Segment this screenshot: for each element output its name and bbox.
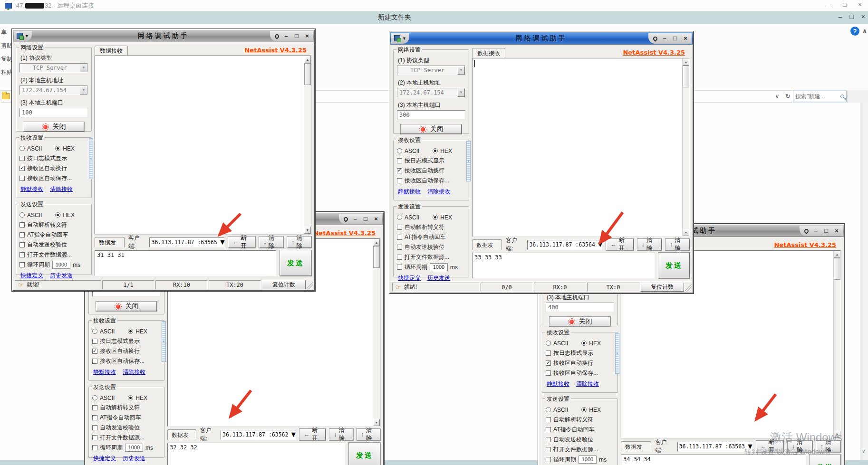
panel-collapse-handle[interactable]: ‹: [466, 141, 471, 181]
port-input[interactable]: 400: [546, 303, 614, 312]
tab-data-send[interactable]: 数据发送: [95, 237, 125, 247]
send-input[interactable]: 33 33 33: [472, 253, 655, 278]
close-button[interactable]: ×: [304, 31, 310, 41]
auto-save-checkbox[interactable]: [19, 176, 25, 181]
protocol-select[interactable]: TCP Server ▼: [19, 63, 88, 73]
quick-define-link[interactable]: 快捷定义: [93, 455, 116, 463]
loop-period-input[interactable]: 1000: [125, 444, 143, 452]
protocol-select[interactable]: TCP Server ▼: [397, 66, 465, 75]
tab-data-send[interactable]: 数据发送: [472, 239, 502, 250]
auto-escape-checkbox[interactable]: [546, 417, 551, 422]
window-title-bar[interactable]: ▼ 网络调试助手 – □ ×: [13, 30, 314, 42]
chevron-down-icon[interactable]: ▼: [289, 430, 297, 439]
clear-send-button[interactable]: ↑ 清除: [287, 237, 311, 248]
close-button[interactable]: ×: [373, 214, 379, 224]
send-button[interactable]: 发送: [810, 455, 841, 465]
maximize-button[interactable]: □: [672, 34, 678, 43]
panel-collapse-handle[interactable]: ‹: [615, 333, 619, 374]
client-select[interactable]: 36.113.117.87 :63565 ▼: [149, 237, 224, 247]
at-cr-checkbox[interactable]: [19, 232, 25, 237]
scrollbar-thumb[interactable]: [683, 66, 689, 87]
disconnect-button[interactable]: ← 断开: [299, 429, 326, 440]
file-source-checkbox[interactable]: [397, 255, 402, 260]
ascii-radio[interactable]: [19, 212, 25, 218]
file-source-checkbox[interactable]: [92, 435, 97, 440]
maximize-button[interactable]: □: [293, 31, 300, 41]
resize-grip[interactable]: [307, 280, 313, 289]
clear-receive-button[interactable]: ↓ 清除: [329, 429, 353, 440]
hex-radio[interactable]: [433, 215, 438, 220]
scroll-down-icon[interactable]: ▼: [683, 229, 689, 236]
client-select[interactable]: 36.113.117.87 :63563 ▼: [677, 442, 752, 452]
scroll-up-icon[interactable]: ▲: [834, 251, 840, 258]
receive-scrollbar[interactable]: ▲ ▼: [373, 239, 380, 426]
search-input[interactable]: 搜索"新建...: [793, 91, 847, 102]
log-mode-checkbox[interactable]: [546, 351, 551, 356]
history-send-link[interactable]: 历史发送: [427, 274, 450, 282]
help-icon[interactable]: ?: [850, 27, 859, 36]
receive-scrollbar[interactable]: ▲ ▼: [682, 58, 689, 236]
hex-radio[interactable]: [581, 341, 587, 346]
netassist-version-link[interactable]: NetAssist V4.3.25: [623, 49, 685, 56]
disconnect-button[interactable]: ← 断开: [606, 239, 633, 250]
scroll-down-icon[interactable]: ∨: [862, 448, 865, 454]
close-connection-button[interactable]: 关闭: [401, 124, 462, 134]
chevron-down-icon[interactable]: ▼: [219, 238, 226, 247]
auto-save-checkbox[interactable]: [92, 359, 97, 364]
send-button[interactable]: 发送: [280, 250, 311, 276]
hex-radio[interactable]: [55, 212, 60, 218]
maximize-button[interactable]: □: [362, 214, 369, 224]
file-source-checkbox[interactable]: [19, 252, 25, 257]
scroll-down-icon[interactable]: ▼: [304, 227, 311, 234]
explorer-scrollbar[interactable]: ∨: [860, 103, 868, 460]
auto-save-checkbox[interactable]: [546, 370, 551, 376]
loop-period-input[interactable]: 1000: [52, 261, 70, 269]
ascii-radio[interactable]: [19, 146, 25, 151]
send-input[interactable]: 34 34 34: [621, 455, 806, 465]
loop-checkbox[interactable]: [397, 265, 402, 270]
auto-checksum-checkbox[interactable]: [397, 245, 402, 250]
auto-wrap-checkbox[interactable]: [546, 361, 551, 366]
clear-receive-button[interactable]: ↓ 清除: [637, 239, 662, 250]
hex-radio[interactable]: [581, 407, 587, 412]
close-button[interactable]: ×: [833, 226, 840, 236]
clear-receive-link[interactable]: 清除接收: [50, 185, 73, 193]
panel-collapse-handle[interactable]: ‹: [162, 321, 166, 362]
ascii-radio[interactable]: [546, 407, 551, 412]
rdp-maximize-button[interactable]: □: [840, 1, 849, 8]
port-input[interactable]: 300: [397, 110, 465, 120]
loop-checkbox[interactable]: [19, 262, 25, 267]
silent-receive-link[interactable]: 静默接收: [20, 185, 43, 193]
close-connection-button[interactable]: 关闭: [96, 302, 157, 311]
receive-scrollbar[interactable]: ▲ ▼: [833, 251, 840, 438]
scroll-up-icon[interactable]: ▲: [683, 58, 689, 66]
chevron-down-icon[interactable]: ▼: [597, 240, 604, 249]
file-source-checkbox[interactable]: [546, 447, 551, 452]
port-input[interactable]: [92, 291, 161, 297]
auto-checksum-checkbox[interactable]: [19, 242, 25, 247]
hex-radio[interactable]: [433, 148, 438, 153]
maximize-button[interactable]: □: [823, 226, 829, 236]
rdp-close-button[interactable]: ×: [856, 1, 864, 8]
log-mode-checkbox[interactable]: [19, 156, 25, 161]
netassist-version-link[interactable]: NetAssist V4.3.25: [244, 47, 307, 54]
chevron-down-icon[interactable]: ▼: [457, 66, 465, 75]
scrollbar-thumb[interactable]: [834, 258, 840, 280]
clear-receive-link[interactable]: 清除接收: [123, 368, 145, 376]
clear-receive-link[interactable]: 清除接收: [427, 188, 450, 196]
chevron-down-icon[interactable]: ▼: [746, 442, 754, 451]
explorer-close-button[interactable]: ×: [861, 13, 865, 20]
minimize-button[interactable]: –: [352, 214, 358, 224]
scroll-down-icon[interactable]: ▼: [373, 419, 380, 426]
explorer-restore-button[interactable]: □: [849, 13, 853, 20]
disconnect-button[interactable]: ← 断开: [228, 237, 255, 248]
silent-receive-link[interactable]: 静默接收: [398, 188, 421, 196]
loop-checkbox[interactable]: [546, 457, 551, 462]
netassist-version-link[interactable]: NetAssist V4.3.25: [313, 229, 376, 237]
ascii-radio[interactable]: [397, 148, 402, 153]
tab-data-receive[interactable]: 数据接收: [95, 46, 128, 56]
ascii-radio[interactable]: [546, 341, 551, 346]
history-send-link[interactable]: 历史发送: [123, 455, 145, 463]
at-cr-checkbox[interactable]: [397, 235, 402, 240]
clear-send-button[interactable]: ↑ 清除: [816, 441, 841, 452]
